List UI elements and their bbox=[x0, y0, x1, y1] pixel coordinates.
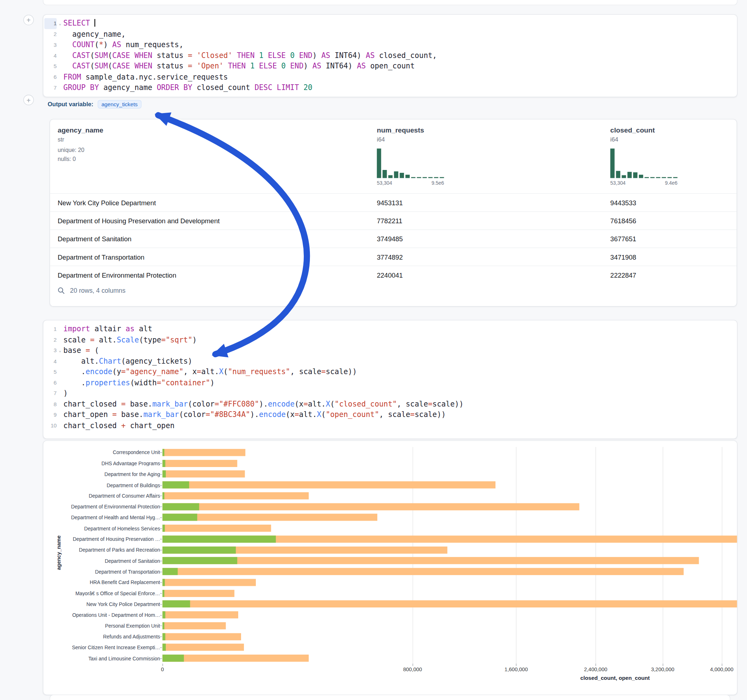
closed-count-bar[interactable] bbox=[163, 568, 683, 575]
open-count-bar[interactable] bbox=[163, 536, 276, 543]
closed-count-bar[interactable] bbox=[163, 460, 237, 467]
code-line[interactable]: 2scale = alt.Scale(type="sqrt") bbox=[44, 335, 737, 345]
closed-count-bar[interactable] bbox=[163, 611, 238, 619]
table-row[interactable]: New York City Police Department945313194… bbox=[50, 193, 736, 211]
open-count-bar[interactable] bbox=[163, 449, 164, 456]
fold-caret-icon[interactable]: ⌄ bbox=[57, 18, 64, 29]
hist-bar bbox=[650, 177, 655, 178]
open-count-bar[interactable] bbox=[163, 622, 164, 629]
line-number: 5 bbox=[44, 367, 57, 377]
add-cell-button-top[interactable]: + bbox=[23, 15, 34, 25]
closed-count-bar[interactable] bbox=[163, 481, 496, 489]
closed-count-bar[interactable] bbox=[163, 579, 256, 586]
code-line[interactable]: 4 CAST(SUM(CASE WHEN status = 'Closed' T… bbox=[44, 50, 737, 61]
code-line[interactable]: 10chart_closed + chart_open bbox=[44, 420, 737, 431]
closed-count-bar[interactable] bbox=[163, 557, 699, 564]
closed-count-bar[interactable] bbox=[163, 525, 271, 532]
closed-count-bar[interactable] bbox=[163, 449, 245, 456]
open-count-bar[interactable] bbox=[163, 568, 178, 575]
code-token: Scale bbox=[117, 335, 139, 344]
closed-count-bar[interactable] bbox=[163, 622, 225, 629]
open-count-bar[interactable] bbox=[163, 546, 236, 554]
open-count-bar[interactable] bbox=[163, 633, 165, 640]
y-tick-label: Department for the Aging bbox=[62, 471, 160, 477]
open-count-bar[interactable] bbox=[163, 492, 164, 499]
code-line[interactable]: 3 COUNT(*) AS num_requests, bbox=[44, 39, 737, 50]
code-token: GROUP BY bbox=[64, 83, 99, 92]
open-count-bar[interactable] bbox=[163, 600, 190, 608]
table-cell: Department of Housing Preservation and D… bbox=[57, 217, 220, 224]
code-line[interactable]: 1⌄SELECT bbox=[44, 18, 737, 29]
closed-count-bar[interactable] bbox=[163, 633, 241, 640]
code-token bbox=[64, 62, 73, 71]
table-row[interactable]: Department of Housing Preservation and D… bbox=[50, 211, 736, 229]
column-histogram[interactable] bbox=[611, 148, 677, 178]
column-header[interactable]: agency_namestrunique: 20nulls: 0 bbox=[57, 126, 103, 162]
code-token: "open_count" bbox=[326, 410, 379, 419]
open-count-bar[interactable] bbox=[163, 503, 199, 510]
code-line[interactable]: 6 .properties(width="container") bbox=[44, 377, 737, 388]
code-line[interactable]: 4 alt.Chart(agency_tickets) bbox=[44, 356, 737, 367]
closed-count-bar[interactable] bbox=[163, 471, 245, 478]
closed-count-bar[interactable] bbox=[163, 492, 309, 499]
code-token: . bbox=[64, 378, 86, 387]
code-token bbox=[130, 62, 135, 71]
code-token: SUM bbox=[94, 51, 108, 60]
open-count-bar[interactable] bbox=[163, 644, 166, 651]
code-token: 1 bbox=[259, 51, 263, 60]
code-line[interactable]: 7GROUP BY agency_name ORDER BY closed_co… bbox=[44, 83, 737, 93]
python-editor-cell[interactable]: 1import altair as alt2scale = alt.Scale(… bbox=[43, 320, 738, 439]
add-cell-button-below[interactable]: + bbox=[23, 95, 34, 105]
table-row[interactable]: Department of Sanitation37494853677651 bbox=[50, 229, 736, 247]
open-count-bar[interactable] bbox=[163, 525, 165, 532]
code-line[interactable]: 8chart_closed = base.mark_bar(color="#FF… bbox=[44, 398, 737, 409]
y-tick-label: Department of Environmental Protection bbox=[62, 504, 160, 510]
closed-count-bar[interactable] bbox=[163, 644, 244, 651]
open-count-bar[interactable] bbox=[163, 611, 165, 619]
open-count-bar[interactable] bbox=[163, 557, 237, 564]
code-token: * bbox=[99, 40, 103, 49]
open-count-bar[interactable] bbox=[163, 481, 189, 489]
column-histogram[interactable] bbox=[377, 148, 444, 178]
closed-count-bar[interactable] bbox=[163, 503, 579, 510]
chart-gridline bbox=[722, 447, 722, 664]
hist-bar bbox=[389, 175, 393, 178]
closed-count-bar[interactable] bbox=[163, 590, 234, 597]
code-token: chart_open bbox=[64, 410, 112, 419]
code-line[interactable]: 2 agency_name, bbox=[44, 29, 737, 39]
code-line[interactable]: 5 .encode(y="agency_name", x=alt.X("num_… bbox=[44, 367, 737, 377]
code-line[interactable]: 3⌄base = ( bbox=[44, 345, 737, 356]
code-line[interactable]: 9chart_open = base.mark_bar(color="#8BC3… bbox=[44, 409, 737, 420]
code-line[interactable]: 1import altair as alt bbox=[44, 324, 737, 335]
column-header[interactable]: num_requestsi6453,3049.5e6 bbox=[377, 126, 444, 186]
open-count-bar[interactable] bbox=[163, 655, 184, 662]
open-count-bar[interactable] bbox=[163, 514, 198, 521]
code-token: ). bbox=[250, 410, 259, 419]
code-token: ( bbox=[90, 51, 94, 60]
column-header[interactable]: closed_counti6453,3049.4e6 bbox=[611, 126, 677, 186]
open-count-bar[interactable] bbox=[163, 471, 166, 478]
table-cell: 3749485 bbox=[377, 235, 403, 242]
code-line[interactable]: 7) bbox=[44, 388, 737, 399]
code-text: GROUP BY agency_name ORDER BY closed_cou… bbox=[64, 83, 312, 93]
search-icon[interactable] bbox=[57, 287, 65, 294]
open-count-bar[interactable] bbox=[163, 579, 165, 586]
closed-count-bar[interactable] bbox=[163, 600, 738, 608]
sql-editor-cell[interactable]: 1⌄SELECT 2 agency_name,3 COUNT(*) AS num… bbox=[43, 14, 738, 97]
output-variable-chip[interactable]: agency_tickets bbox=[98, 100, 142, 109]
python-code-editor[interactable]: 1import altair as alt2scale = alt.Scale(… bbox=[43, 320, 737, 433]
open-count-bar[interactable] bbox=[163, 590, 164, 597]
open-count-bar[interactable] bbox=[163, 460, 165, 467]
code-line[interactable]: 5 CAST(SUM(CASE WHEN status = 'Open' THE… bbox=[44, 61, 737, 72]
code-token: ) bbox=[103, 40, 112, 49]
table-row[interactable]: Department of Environmental Protection22… bbox=[50, 266, 736, 284]
hist-max-label: 9.4e6 bbox=[665, 180, 677, 186]
code-token: ) bbox=[210, 378, 215, 387]
closed-count-bar[interactable] bbox=[163, 655, 309, 662]
fold-caret-icon[interactable]: ⌄ bbox=[57, 345, 64, 356]
code-text: ) bbox=[64, 388, 68, 399]
table-row[interactable]: Department of Transportation377489234719… bbox=[50, 247, 736, 266]
code-line[interactable]: 6FROM sample_data.nyc.service_requests bbox=[44, 72, 737, 83]
hist-bar bbox=[400, 173, 404, 178]
sql-code-editor[interactable]: 1⌄SELECT 2 agency_name,3 COUNT(*) AS num… bbox=[43, 15, 737, 95]
